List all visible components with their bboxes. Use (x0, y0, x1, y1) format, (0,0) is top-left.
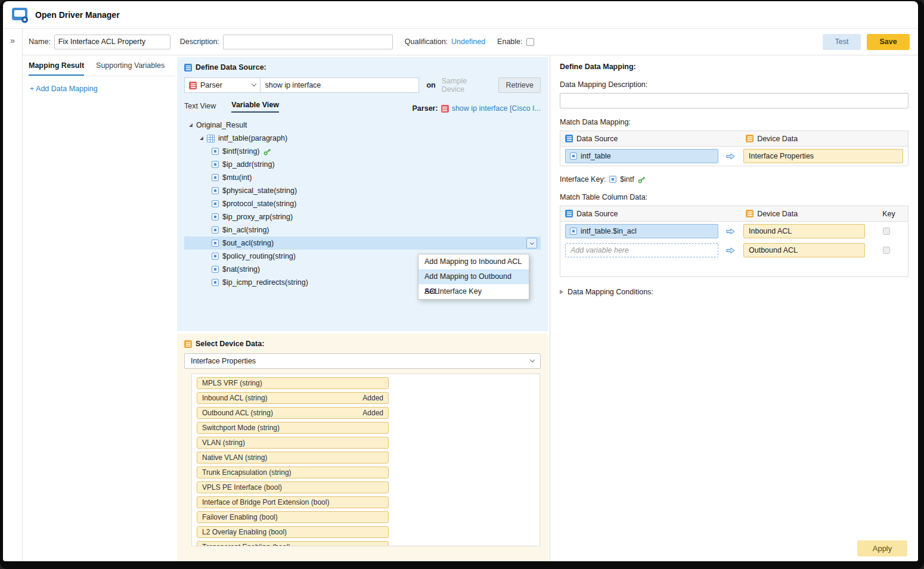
device-property-pill[interactable]: Outbound ACL (string) Added (197, 407, 389, 419)
parser-command-input[interactable] (261, 77, 420, 93)
retrieve-button[interactable]: Retrieve (498, 77, 541, 93)
device-data-category-value: Interface Properties (191, 357, 256, 365)
tree-variable-row[interactable]: $in_acl(string) (184, 223, 541, 237)
tree-expand-icon[interactable] (189, 123, 193, 127)
device-data-category-select[interactable]: Interface Properties (184, 353, 541, 369)
parser-icon (189, 82, 197, 89)
tab-mapping-result[interactable]: Mapping Result (29, 61, 84, 76)
device-property-pill[interactable]: Trunk Encapsulation (string) (197, 467, 389, 478)
device-property-pill[interactable]: Interface of Bridge Port Extension (bool… (197, 496, 389, 508)
qualification-label: Qualification: (405, 38, 448, 46)
parser-ref-link[interactable]: show ip interface [Cisco I... (452, 104, 541, 113)
tree-variable-row[interactable]: $physical_state(string) (184, 184, 541, 197)
match-table-column-label: Match Table Column Data: (560, 193, 909, 201)
data-source-icon (184, 64, 192, 71)
parser-type-select[interactable]: Parser (184, 77, 261, 93)
device-property-pill[interactable]: Transparent Enabling (bool) (197, 541, 389, 546)
data-source-cell[interactable]: intf_table (565, 149, 718, 163)
add-data-mapping-link[interactable]: + Add Data Mapping (23, 76, 175, 101)
device-property-label: Trunk Encapsulation (string) (202, 468, 292, 477)
apply-button[interactable]: Apply (857, 540, 907, 556)
parser-reference: Parser: show ip interface [Cisco I... (413, 104, 541, 113)
name-input[interactable] (54, 35, 170, 49)
tree-table-row[interactable]: intf_table(paragraph) (184, 132, 541, 145)
data-source-cell-value: intf_table.$in_acl (581, 227, 637, 235)
data-source-view-tabs: Text View Variable View Parser: show ip … (184, 101, 541, 113)
tree-variable-row[interactable]: $intf(string) (184, 145, 541, 158)
window-title: Open Driver Manager (35, 10, 120, 20)
tree-variable-row[interactable]: $mtu(int) (184, 171, 541, 184)
key-checkbox[interactable] (883, 228, 890, 235)
data-source-icon (565, 210, 573, 217)
driver-toolbar: Name: Description: Qualification: Undefi… (23, 29, 918, 55)
menu-item-set-interface-key[interactable]: Set Interface Key (418, 284, 529, 299)
enable-checkbox[interactable] (526, 38, 534, 46)
variable-icon (212, 187, 219, 194)
device-property-pill[interactable]: Inbound ACL (string) Added (197, 392, 389, 404)
variable-icon (570, 228, 577, 235)
data-source-cell[interactable]: intf_table.$in_acl (565, 224, 718, 238)
device-data-icon (184, 340, 192, 348)
device-property-pill[interactable]: L2 Overlay Enabling (bool) (197, 526, 389, 538)
device-property-label: VPLS PE Interface (bool) (202, 483, 282, 492)
define-data-mapping-title: Define Data Mapping: (560, 63, 909, 71)
device-property-pill[interactable]: VPLS PE Interface (bool) (197, 481, 389, 493)
column-mapping-row: intf_table.$in_acl Inbound ACL (560, 222, 908, 241)
variable-icon (609, 176, 616, 183)
device-property-pill[interactable]: Failover Enabling (bool) (197, 511, 389, 523)
row-actions-dropdown-button[interactable] (526, 238, 537, 248)
qualification-undefined-link[interactable]: Undefined (451, 38, 485, 46)
device-property-label: Transparent Enabling (bool) (202, 543, 290, 546)
device-property-label: MPLS VRF (string) (202, 379, 262, 387)
variable-icon (212, 161, 219, 168)
device-property-pill[interactable]: Native VLAN (string) (197, 452, 389, 464)
menu-item-add-mapping-outbound-acl[interactable]: Add Mapping to Outbound ACL (418, 269, 529, 284)
sample-device-link[interactable]: Sample Device (442, 77, 492, 94)
tree-expand-icon[interactable] (200, 136, 203, 140)
device-property-pill[interactable]: MPLS VRF (string) (197, 377, 389, 389)
device-data-cell[interactable]: Inbound ACL (743, 224, 865, 238)
add-variable-drop-zone[interactable]: Add variable here (565, 243, 718, 257)
data-mapping-conditions-row[interactable]: Data Mapping Conditions: (560, 288, 909, 296)
tree-variable-row[interactable]: $ip_proxy_arp(string) (184, 210, 541, 223)
app-frame: Open Driver Manager » Name: Description:… (0, 0, 924, 569)
define-data-source-title-row: Define Data Source: (184, 63, 541, 71)
device-data-cell[interactable]: Outbound ACL (743, 243, 865, 257)
tab-text-view[interactable]: Text View (184, 102, 216, 113)
tree-variable-row-selected[interactable]: $out_acl(string) (184, 237, 541, 250)
table-icon (207, 135, 215, 142)
tree-variable-label: $policy_routing(string) (222, 252, 296, 260)
key-checkbox[interactable] (883, 247, 890, 254)
device-data-cell-value: Interface Properties (749, 152, 814, 160)
tab-variable-view[interactable]: Variable View (231, 101, 279, 113)
menu-item-add-mapping-inbound-acl[interactable]: Add Mapping to Inbound ACL (418, 254, 529, 269)
device-property-pill[interactable]: Switchport Mode (string) (197, 422, 389, 434)
match-data-mapping-label: Match Data Mapping: (560, 118, 909, 126)
description-input[interactable] (223, 35, 393, 49)
device-property-label: Interface of Bridge Port Extension (bool… (202, 498, 329, 506)
test-button[interactable]: Test (823, 34, 861, 50)
driver-manager-icon (11, 6, 29, 24)
device-data-cell[interactable]: Interface Properties (743, 149, 903, 163)
tab-supporting-variables[interactable]: Supporting Variables (96, 61, 165, 76)
variable-icon (212, 253, 219, 260)
variable-icon (212, 200, 219, 207)
device-property-label: Native VLAN (string) (202, 453, 267, 462)
description-label: Description: (180, 38, 219, 46)
chevron-down-icon (251, 82, 256, 86)
device-property-pill[interactable]: VLAN (string) (197, 437, 389, 449)
variable-icon (212, 174, 219, 181)
mapping-arrow-icon (726, 247, 735, 254)
device-data-cell-value: Inbound ACL (749, 227, 792, 235)
define-data-source-section: Define Data Source: Parser on Sample Dev… (177, 57, 548, 331)
tree-root-row[interactable]: Original_Result (184, 119, 541, 132)
collapse-panel-chevron[interactable]: » (10, 36, 15, 45)
tree-variable-row[interactable]: $ip_addr(string) (184, 158, 541, 171)
column-mapping-row: Add variable here Outbound ACL (560, 241, 908, 260)
save-button[interactable]: Save (867, 34, 910, 50)
column-table-header: Data Source Device Data Key (560, 206, 908, 222)
select-device-data-section: Select Device Data: Interface Properties… (177, 334, 548, 561)
tree-variable-row[interactable]: $protocol_state(string) (184, 197, 541, 210)
device-property-label: VLAN (string) (202, 439, 245, 447)
data-mapping-description-input[interactable] (560, 93, 909, 108)
